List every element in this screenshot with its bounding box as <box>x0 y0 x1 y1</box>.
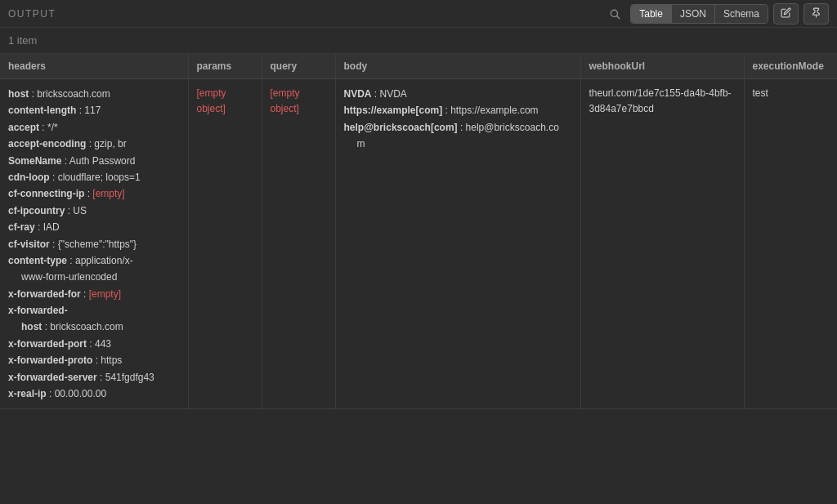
cell-params: [empty object] <box>188 79 262 409</box>
header-accept: accept : */* <box>8 119 180 136</box>
header-cf-connecting-ip: cf-connecting-ip : [empty] <box>8 185 180 202</box>
cell-executionmode: test <box>744 79 837 409</box>
pin-icon <box>811 7 821 18</box>
view-toggle: Table JSON Schema <box>630 4 768 24</box>
search-button[interactable] <box>604 5 625 23</box>
header-accept-encoding: accept-encoding : gzip, br <box>8 136 180 152</box>
svg-line-1 <box>617 16 620 18</box>
col-header-executionmode: executionMode <box>744 54 837 79</box>
cell-query: [empty object] <box>262 79 335 409</box>
header-x-forwarded-host-prefix: x-forwarded- <box>8 302 180 319</box>
search-icon <box>609 8 620 20</box>
col-header-params: params <box>188 54 262 79</box>
header-x-forwarded-server: x-forwarded-server : 541fgdfg43 <box>8 369 180 386</box>
header-x-forwarded-port: x-forwarded-port : 443 <box>8 336 180 352</box>
header-x-forwarded-proto: x-forwarded-proto : https <box>8 352 180 368</box>
header-controls: Table JSON Schema <box>604 3 829 25</box>
col-header-query: query <box>262 54 335 79</box>
header-host: host : brickscoach.com <box>8 86 180 102</box>
item-count: 1 item <box>0 28 837 54</box>
body-https-example: https://example[com] : https://example.c… <box>344 102 572 118</box>
header-x-real-ip: x-real-ip : 00.00.00.00 <box>8 386 180 402</box>
col-header-body: body <box>335 54 580 79</box>
header-bar: OUTPUT Table JSON Schema <box>0 0 837 28</box>
cell-headers: host : brickscoach.com content-length : … <box>0 79 188 409</box>
pencil-icon <box>781 7 791 18</box>
view-schema-button[interactable]: Schema <box>715 5 768 23</box>
table-row: host : brickscoach.com content-length : … <box>0 79 837 409</box>
col-header-headers: headers <box>0 54 188 79</box>
cell-webhookurl: theurl.com/1de7c155-da4b-4bfb-3d84a7e7bb… <box>580 79 744 409</box>
view-table-button[interactable]: Table <box>631 5 672 23</box>
execution-mode-value: test <box>753 87 768 99</box>
header-cf-visitor: cf-visitor : {"scheme":"https"} <box>8 236 180 252</box>
body-help-email-cont: m <box>344 136 572 152</box>
table-container: headers params query body webhookUrl exe… <box>0 54 837 504</box>
col-header-webhookurl: webhookUrl <box>580 54 744 79</box>
page-title: OUTPUT <box>8 8 56 20</box>
header-content-length: content-length : 117 <box>8 102 180 118</box>
header-somename: SomeName : Auth Password <box>8 153 180 169</box>
view-json-button[interactable]: JSON <box>672 5 715 23</box>
cell-body: NVDA : NVDA https://example[com] : https… <box>335 79 580 409</box>
query-empty: [empty object] <box>271 87 300 114</box>
output-table: headers params query body webhookUrl exe… <box>0 54 837 409</box>
header-content-type-cont: www-form-urlencoded <box>8 269 180 285</box>
params-empty: [empty object] <box>197 87 226 114</box>
header-cf-ray: cf-ray : IAD <box>8 219 180 235</box>
body-nvda: NVDA : NVDA <box>344 86 572 102</box>
header-cdn-loop: cdn-loop : cloudflare; loops=1 <box>8 169 180 185</box>
table-header-row: headers params query body webhookUrl exe… <box>0 54 837 79</box>
header-cf-ipcountry: cf-ipcountry : US <box>8 203 180 219</box>
header-x-forwarded-for: x-forwarded-for : [empty] <box>8 286 180 302</box>
header-x-forwarded-host-val: host : brickscoach.com <box>8 319 180 335</box>
edit-button[interactable] <box>773 3 799 25</box>
header-content-type: content-type : application/x- <box>8 252 180 269</box>
webhook-url-value: theurl.com/1de7c155-da4b-4bfb-3d84a7e7bb… <box>589 87 732 114</box>
body-help-email: help@brickscoach[com] : help@brickscoach… <box>344 119 572 136</box>
pin-button[interactable] <box>803 3 829 25</box>
